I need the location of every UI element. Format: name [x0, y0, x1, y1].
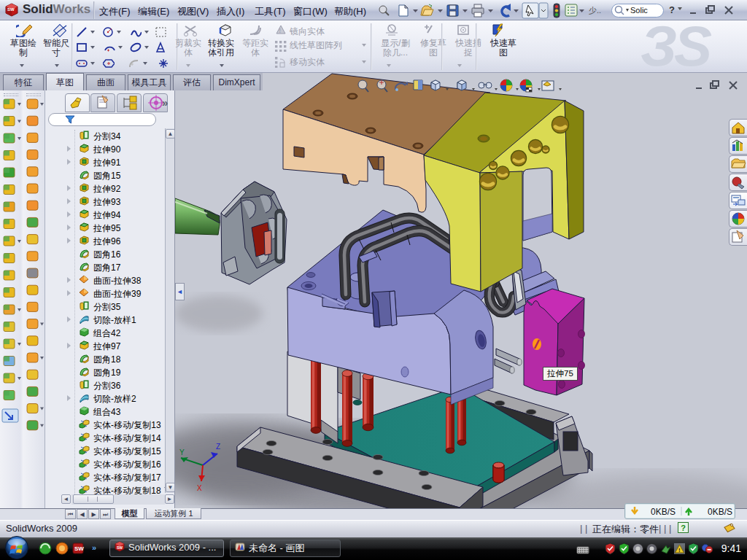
svg-text:»: » [92, 543, 96, 552]
svg-text:SW: SW [117, 545, 123, 550]
svg-text:!: ! [279, 27, 282, 34]
svg-text:SW: SW [7, 7, 15, 12]
svg-text:SW: SW [74, 545, 84, 552]
svg-text:0KB/S: 0KB/S [651, 507, 676, 517]
svg-text:X: X [197, 484, 202, 492]
svg-text:少..: 少.. [589, 6, 601, 15]
svg-text:Y: Y [179, 448, 185, 456]
svg-text:0KB/S: 0KB/S [708, 507, 732, 517]
svg-text:Z: Z [216, 443, 220, 451]
svg-text:!: ! [678, 547, 681, 553]
